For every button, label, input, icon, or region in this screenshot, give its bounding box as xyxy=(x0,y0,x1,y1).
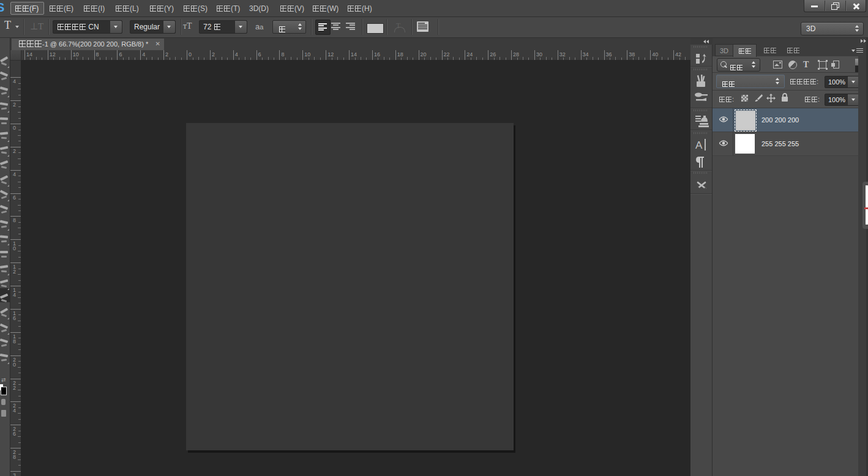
svg-text:A: A xyxy=(695,139,703,151)
